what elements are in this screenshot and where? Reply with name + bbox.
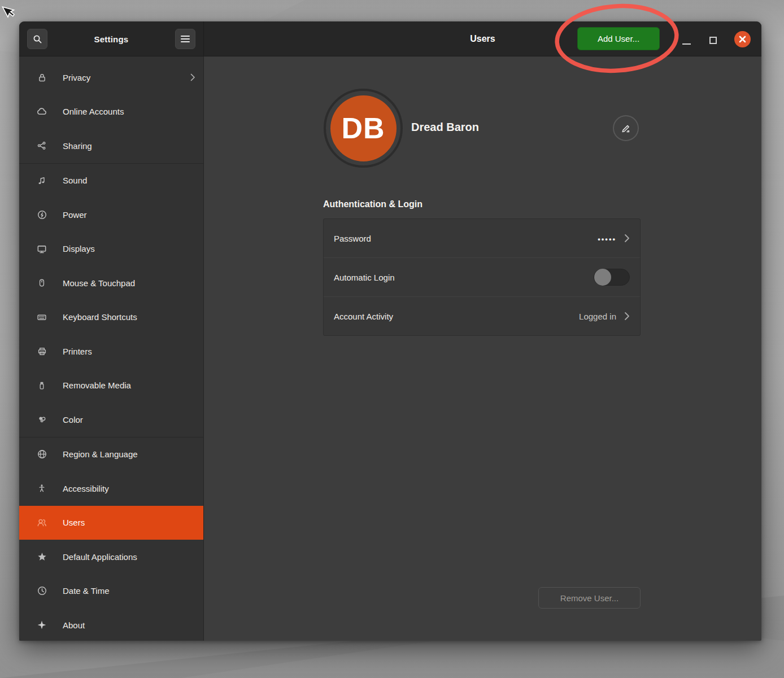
minimize-button[interactable] (682, 43, 691, 45)
sidebar-item-label: Sound (63, 176, 87, 185)
sidebar-item-label: Keyboard Shortcuts (63, 312, 137, 322)
account-activity-label: Account Activity (334, 312, 393, 321)
sidebar: Privacy Online Accounts Sharing (19, 56, 204, 641)
share-icon (36, 140, 47, 151)
sidebar-item-online-accounts[interactable]: Online Accounts (19, 95, 203, 129)
add-user-button[interactable]: Add User... (577, 27, 660, 50)
auth-login-card: Password ••••• Automatic Login Account A… (323, 218, 641, 336)
keyboard-icon (36, 312, 47, 323)
accessibility-icon (36, 483, 47, 494)
sidebar-item-label: Accessibility (63, 484, 109, 493)
maximize-button[interactable] (709, 37, 717, 44)
clock-icon (36, 585, 47, 597)
sidebar-item-printers[interactable]: Printers (19, 334, 203, 369)
sidebar-item-label: About (63, 620, 85, 630)
sidebar-item-label: Sharing (63, 141, 92, 151)
usb-drive-icon (36, 380, 47, 391)
sidebar-item-label: Users (63, 518, 85, 527)
users-icon (36, 517, 47, 528)
sidebar-item-color[interactable]: Color (19, 403, 203, 437)
sidebar-item-keyboard-shortcuts[interactable]: Keyboard Shortcuts (19, 300, 203, 335)
printer-icon (36, 345, 47, 357)
cloud-icon (36, 106, 47, 117)
sidebar-item-privacy[interactable]: Privacy (19, 60, 203, 95)
auth-section-title: Authentication & Login (323, 199, 423, 209)
chevron-right-icon (190, 73, 195, 81)
sidebar-item-label: Default Applications (63, 552, 137, 562)
sidebar-item-power[interactable]: Power (19, 198, 203, 232)
user-avatar: DB (324, 89, 403, 168)
sidebar-item-sound[interactable]: Sound (19, 164, 203, 198)
headerbar: Settings Users Add User... (19, 21, 761, 56)
sidebar-item-label: Removable Media (63, 380, 131, 390)
star-icon (36, 551, 47, 562)
sparkle-icon (36, 619, 47, 631)
sidebar-item-label: Region & Language (63, 449, 138, 459)
avatar-initials: DB (330, 95, 397, 161)
sidebar-item-displays[interactable]: Displays (19, 232, 203, 266)
sidebar-item-label: Mouse & Touchpad (63, 278, 135, 288)
automatic-login-row: Automatic Login (324, 257, 640, 296)
sidebar-item-date-time[interactable]: Date & Time (19, 574, 203, 609)
sidebar-item-label: Online Accounts (63, 107, 124, 116)
lock-icon (36, 72, 47, 83)
sidebar-item-label: Displays (63, 244, 95, 253)
sidebar-item-label: Power (63, 210, 87, 220)
close-icon (738, 35, 747, 43)
sidebar-headerbar: Settings (19, 21, 204, 56)
automatic-login-label: Automatic Login (334, 273, 395, 282)
sidebar-item-label: Color (63, 415, 83, 425)
power-icon (36, 209, 47, 220)
sidebar-item-sharing[interactable]: Sharing (19, 129, 203, 163)
sidebar-item-label: Date & Time (63, 586, 110, 596)
close-button[interactable] (734, 31, 751, 47)
toggle-knob (594, 269, 611, 286)
pencil-icon (620, 123, 631, 134)
account-activity-row[interactable]: Account Activity Logged in (324, 296, 640, 335)
globe-icon (36, 449, 47, 460)
sidebar-item-users[interactable]: Users (19, 506, 203, 540)
password-label: Password (334, 234, 371, 243)
automatic-login-toggle[interactable] (594, 269, 630, 286)
sidebar-item-region-language[interactable]: Region & Language (19, 438, 203, 472)
mouse-icon (36, 277, 47, 288)
sidebar-item-removable-media[interactable]: Removable Media (19, 369, 203, 403)
sidebar-item-mouse-touchpad[interactable]: Mouse & Touchpad (19, 266, 203, 300)
sidebar-item-label: Privacy (63, 73, 90, 82)
chevron-right-icon (624, 312, 630, 321)
sidebar-item-label: Printers (63, 347, 92, 356)
display-icon (36, 243, 47, 255)
color-circles-icon (36, 414, 47, 425)
password-row[interactable]: Password ••••• (324, 219, 640, 257)
sidebar-item-accessibility[interactable]: Accessibility (19, 471, 203, 506)
chevron-right-icon (624, 234, 630, 243)
edit-user-button[interactable] (613, 115, 639, 141)
hamburger-icon (181, 34, 190, 44)
sidebar-item-default-applications[interactable]: Default Applications (19, 540, 203, 574)
remove-user-button[interactable]: Remove User... (538, 587, 641, 609)
account-activity-value: Logged in (579, 312, 616, 321)
primary-menu-button[interactable] (175, 29, 195, 49)
music-note-icon (36, 175, 47, 186)
sidebar-item-about[interactable]: About (19, 608, 203, 641)
mouse-cursor (0, 2, 19, 25)
user-full-name: Dread Baron (411, 121, 479, 134)
settings-window: Settings Users Add User... Privacy (19, 21, 761, 641)
password-dots: ••••• (598, 235, 616, 243)
